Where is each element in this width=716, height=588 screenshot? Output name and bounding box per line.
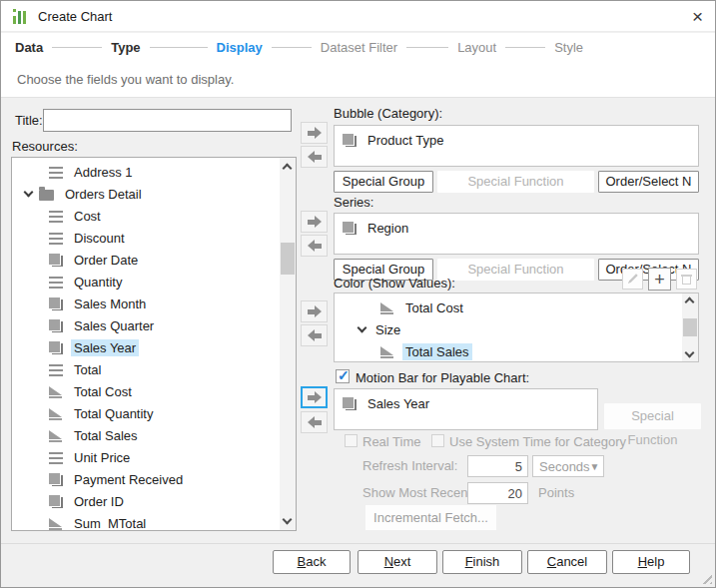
next-button[interactable]: Next <box>358 550 437 574</box>
series-remove-arrow-button[interactable] <box>301 235 328 257</box>
scroll-thumb[interactable] <box>683 318 697 336</box>
refresh-interval-input[interactable] <box>467 455 528 477</box>
scroll-down-icon[interactable] <box>685 348 695 358</box>
list-item[interactable]: Discount <box>12 227 276 249</box>
create-chart-dialog: Create Chart × Data Type Display Dataset… <box>0 0 716 588</box>
arrow-left-icon <box>308 329 322 341</box>
bubble-special-function-button: Special Function <box>437 171 594 193</box>
list-item[interactable]: Sales Year <box>335 392 597 414</box>
series-list[interactable]: Region <box>334 213 699 255</box>
color-add-arrow-button[interactable] <box>301 300 328 322</box>
list-item[interactable]: Cost <box>12 205 276 227</box>
scroll-up-icon[interactable] <box>685 297 695 307</box>
step-connector <box>52 47 102 48</box>
bubble-list[interactable]: Product Type <box>334 125 699 167</box>
list-item[interactable]: Total Cost <box>12 380 276 402</box>
show-most-recent-input[interactable] <box>467 482 528 504</box>
list-item[interactable]: Quantity <box>12 271 276 293</box>
bubble-category-label: Bubble (Category): <box>334 106 442 122</box>
footer-bar: Back Next Finish Cancel Help <box>1 543 715 587</box>
summary-icon <box>49 385 63 398</box>
item-label: Total Cost <box>71 383 135 400</box>
tab-display[interactable]: Display <box>217 40 263 55</box>
resize-grip[interactable] <box>699 571 712 584</box>
list-item[interactable]: Total Cost <box>335 296 680 318</box>
motion-bar-checkbox[interactable]: ✓ <box>336 369 350 383</box>
bubble-order-select-n-button[interactable]: Order/Select N <box>598 171 699 193</box>
close-icon[interactable]: × <box>692 7 703 26</box>
list-item[interactable]: Total Sales <box>335 340 680 362</box>
list-item[interactable]: Product Type <box>335 129 698 151</box>
field-icon <box>49 166 63 179</box>
list-item[interactable]: Region <box>335 217 698 239</box>
color-remove-arrow-button[interactable] <box>301 324 328 346</box>
color-list-scrollbar[interactable] <box>682 294 698 361</box>
title-input[interactable] <box>43 109 292 132</box>
tab-layout[interactable]: Layout <box>457 40 496 55</box>
color-list[interactable]: Total CostSizeTotal Sales <box>334 293 699 362</box>
scroll-down-icon[interactable] <box>283 515 293 525</box>
tab-style[interactable]: Style <box>554 40 583 55</box>
chevron-down-icon[interactable] <box>358 322 367 332</box>
tab-data[interactable]: Data <box>15 40 43 55</box>
real-time-label: Real Time <box>362 434 421 450</box>
list-item[interactable]: Sales Year <box>12 336 276 358</box>
tree-scrollbar[interactable] <box>280 158 296 530</box>
title-bar: Create Chart × <box>1 1 715 32</box>
scroll-thumb[interactable] <box>281 243 295 275</box>
summary-icon <box>49 407 63 420</box>
list-item[interactable]: Sales Quarter <box>12 314 276 336</box>
chevron-down-icon[interactable] <box>24 187 34 197</box>
scroll-up-icon[interactable] <box>283 164 293 174</box>
motion-add-arrow-button[interactable] <box>301 386 328 408</box>
arrow-left-icon <box>308 151 322 163</box>
cancel-button[interactable]: Cancel <box>527 550 607 574</box>
list-item[interactable]: Sales Month <box>12 293 276 314</box>
item-label: Total Cost <box>402 299 466 316</box>
resources-tree[interactable]: Address 1Orders DetailCostDiscountOrder … <box>11 157 297 531</box>
back-button[interactable]: Back <box>273 550 351 574</box>
item-label: Sales Month <box>71 295 149 312</box>
tab-type[interactable]: Type <box>111 40 140 55</box>
show-most-recent-label: Show Most Recent: <box>362 485 475 501</box>
summary-icon <box>49 429 63 442</box>
item-label: Total <box>71 361 104 378</box>
motion-special-function-button: Special Function <box>604 403 701 429</box>
step-connector <box>150 47 208 48</box>
arrow-right-icon <box>308 305 322 317</box>
list-item[interactable]: Address 1 <box>12 161 276 183</box>
tree-node[interactable]: Size <box>335 318 680 340</box>
arrow-right-icon <box>308 127 322 139</box>
add-icon[interactable]: + <box>648 268 671 291</box>
list-item[interactable]: Order Date <box>12 249 276 271</box>
series-add-arrow-button[interactable] <box>301 211 328 233</box>
chart-logo-icon <box>13 9 29 24</box>
check-icon: ✓ <box>338 367 350 383</box>
finish-button[interactable]: Finish <box>442 550 522 574</box>
resources-label: Resources: <box>12 139 78 155</box>
help-button[interactable]: Help <box>612 550 690 574</box>
list-item[interactable]: Total <box>12 358 276 380</box>
motion-list[interactable]: Sales Year <box>334 388 598 430</box>
arrow-left-icon <box>308 240 322 252</box>
dimension-icon <box>49 254 63 267</box>
list-item[interactable]: Payment Received <box>12 468 276 490</box>
list-item[interactable]: Total Sales <box>12 424 276 446</box>
tree-node[interactable]: Orders Detail <box>12 183 276 205</box>
refresh-unit-select: Seconds ▼ <box>532 455 604 477</box>
bubble-add-arrow-button[interactable] <box>301 122 328 144</box>
step-connector <box>505 47 545 48</box>
list-item[interactable]: Sum_MTotal <box>12 512 276 531</box>
bubble-remove-arrow-button[interactable] <box>301 146 328 168</box>
list-item[interactable]: Unit Price <box>12 446 276 468</box>
arrow-right-icon <box>308 216 322 228</box>
bubble-special-group-button[interactable]: Special Group <box>334 171 433 193</box>
list-item[interactable]: Order ID <box>12 490 276 512</box>
tab-dataset-filter[interactable]: Dataset Filter <box>321 40 397 55</box>
item-label: Sales Quarter <box>71 317 157 334</box>
chevron-down-icon: ▼ <box>590 461 600 472</box>
summary-icon <box>49 517 63 530</box>
field-icon <box>49 232 63 245</box>
list-item[interactable]: Total Quantity <box>12 402 276 424</box>
motion-remove-arrow-button[interactable] <box>301 411 328 433</box>
